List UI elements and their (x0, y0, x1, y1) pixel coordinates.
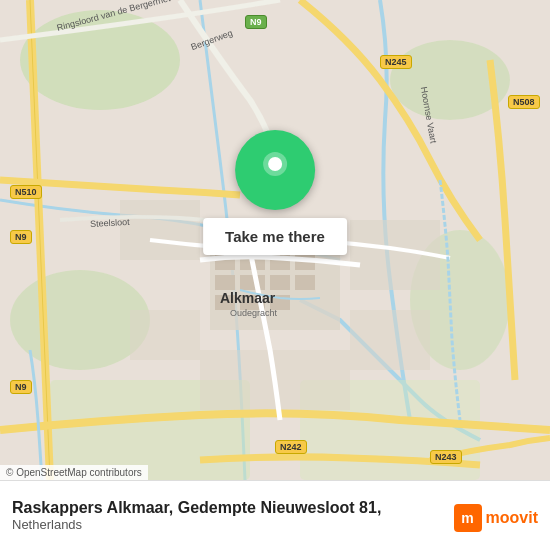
moovit-icon: m (454, 504, 482, 532)
highway-badge-n9-left: N9 (10, 230, 32, 244)
take-me-there-wrapper: Take me there (203, 130, 347, 255)
copyright-notice: © OpenStreetMap contributors (0, 465, 148, 480)
moovit-name: moovit (486, 509, 538, 527)
footer: Raskappers Alkmaar, Gedempte Nieuwesloot… (0, 480, 550, 550)
map-container: Ringsloord van de Bergermet Bergerweg N9… (0, 0, 550, 480)
highway-badge-n510: N510 (10, 185, 42, 199)
highway-badge-n9-lower: N9 (10, 380, 32, 394)
location-pin-icon (259, 150, 291, 190)
highway-badge-n245: N245 (380, 55, 412, 69)
city-label-alkmaar: Alkmaar (220, 290, 275, 306)
road-label-steelsloot: Steelsloot (90, 217, 130, 229)
city-sublabel: Oudegracht (230, 308, 277, 318)
svg-rect-12 (215, 275, 235, 290)
moovit-logo: m moovit (454, 504, 538, 532)
take-me-there-button[interactable]: Take me there (203, 218, 347, 255)
highway-badge-n243: N243 (430, 450, 462, 464)
svg-rect-22 (350, 310, 430, 370)
highway-badge-n242: N242 (275, 440, 307, 454)
svg-rect-19 (120, 200, 200, 260)
svg-rect-15 (295, 275, 315, 290)
location-pin-circle (235, 130, 315, 210)
svg-point-25 (268, 157, 282, 171)
svg-rect-14 (270, 275, 290, 290)
highway-badge-n9-top: N9 (245, 15, 267, 29)
svg-rect-21 (130, 310, 200, 360)
highway-badge-n508: N508 (508, 95, 540, 109)
svg-rect-13 (240, 275, 265, 290)
